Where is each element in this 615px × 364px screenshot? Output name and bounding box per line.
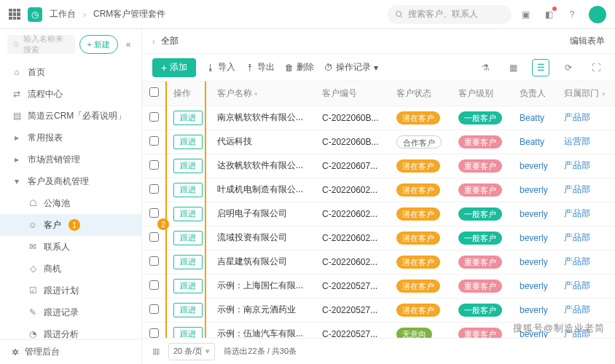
nav-联系人[interactable]: ✉联系人 [0, 236, 141, 258]
apps-icon[interactable] [9, 9, 20, 20]
nav-跟进记录[interactable]: ✎跟进记录 [0, 301, 141, 323]
follow-button[interactable]: 跟进 [173, 255, 203, 269]
cell-dept[interactable]: 产品部 [557, 274, 615, 298]
nav-客户[interactable]: ☺客户1 [0, 214, 141, 236]
view-list-icon[interactable]: ☰ [532, 59, 549, 76]
col-3[interactable]: 客户状态 [389, 82, 452, 106]
admin-link[interactable]: ✲ 管理后台 [0, 339, 141, 364]
new-button[interactable]: + 新建 [79, 35, 118, 54]
sidebar-search[interactable]: 输入名称来搜索 [7, 35, 75, 54]
row-check[interactable] [149, 208, 159, 218]
cell-owner[interactable]: beverly [512, 226, 557, 250]
cell-name[interactable]: 叶成机电制造有限公... [210, 178, 315, 202]
select-all[interactable] [149, 87, 159, 97]
cell-owner[interactable]: beverly [512, 274, 557, 298]
global-search[interactable]: 搜索客户、联系人 [388, 5, 512, 24]
cell-name[interactable]: 启明电子有限公司 [210, 202, 315, 226]
cell-name[interactable]: 吉星建筑有限公司 [210, 250, 315, 274]
log-link[interactable]: ⏱ 操作记录 ▾ [324, 61, 378, 74]
cell-owner[interactable]: beverly [512, 250, 557, 274]
follow-button[interactable]: 跟进 [173, 231, 203, 245]
follow-button[interactable]: 跟进 [173, 303, 203, 317]
cell-dept[interactable]: 产品部 [557, 250, 615, 274]
import-link[interactable]: ⭳ 导入 [206, 61, 235, 74]
nav-跟进分析[interactable]: ◔跟进分析 [0, 323, 141, 339]
cell-dept[interactable]: 产品部 [557, 298, 615, 322]
nav-公海池[interactable]: ☖公海池 [0, 192, 141, 214]
row-check[interactable] [149, 160, 159, 170]
row-check[interactable] [149, 232, 159, 242]
cell-code: C-20220602... [315, 226, 389, 250]
cell-status: 潜在客户 [389, 298, 452, 322]
cell-owner[interactable]: beverly [512, 178, 557, 202]
cell-dept[interactable]: 产品部 [557, 202, 615, 226]
nav-folder[interactable]: ▾客户及商机管理 [0, 170, 141, 192]
cell-name[interactable]: 示例：上海国仁有限... [210, 274, 315, 298]
col-1[interactable]: 客户名称 ▾ [210, 82, 315, 106]
row-check[interactable] [149, 184, 159, 194]
cell-owner[interactable]: beverly [512, 202, 557, 226]
refresh-icon[interactable]: ⟳ [560, 59, 577, 76]
cell-owner[interactable]: Beatty [512, 106, 557, 130]
help-icon[interactable]: ? [565, 8, 579, 21]
view-card-icon[interactable]: ▦ [504, 59, 522, 76]
book-icon[interactable]: ▣ [519, 8, 532, 21]
breadcrumb-suite[interactable]: CRM客户管理套件 [93, 8, 165, 20]
cell-owner[interactable]: beverly [512, 298, 557, 322]
cell-dept[interactable]: 产品部 [557, 178, 615, 202]
col-2[interactable]: 客户编号 [315, 82, 389, 106]
col-5[interactable]: 负责人 [512, 82, 557, 106]
cell-status: 潜在客户 [389, 202, 452, 226]
follow-button[interactable]: 跟进 [173, 159, 203, 173]
row-check[interactable] [149, 136, 159, 146]
page-size-select[interactable]: 20 条/页▾ [168, 343, 215, 360]
tab-all[interactable]: 全部 [161, 35, 179, 47]
cell-dept[interactable]: 运营部 [557, 130, 615, 154]
cell-dept[interactable]: 产品部 [557, 226, 615, 250]
cell-owner[interactable]: Beatty [512, 130, 557, 154]
cell-dept[interactable]: 产品部 [557, 106, 615, 130]
nav-商机[interactable]: ◇商机 [0, 258, 141, 280]
nav-home[interactable]: ⌂首页 [0, 61, 141, 83]
cell-name[interactable]: 南京帆软软件有限公... [210, 106, 315, 130]
bell-icon[interactable]: ◧ [542, 8, 555, 21]
follow-button[interactable]: 跟进 [173, 183, 203, 197]
nav-folder[interactable]: ▸常用报表 [0, 127, 141, 149]
cell-name[interactable]: 流域投资有限公司 [210, 226, 315, 250]
row-check[interactable] [149, 328, 159, 338]
col-6[interactable]: 归属部门 ▾ [557, 82, 615, 106]
cell-name[interactable]: 达孜帆软软件有限公... [210, 154, 315, 178]
follow-button[interactable]: 跟进 [173, 111, 203, 125]
add-button[interactable]: +添加 [152, 58, 196, 77]
filter-icon[interactable]: ⚗ [477, 59, 494, 76]
follow-button[interactable]: 跟进 [173, 279, 203, 293]
cell-level: 重要客户 [451, 178, 512, 202]
col-0[interactable]: 操作 [166, 82, 210, 106]
cell-owner[interactable]: beverly [512, 154, 557, 178]
cell-dept[interactable]: 产品部 [557, 154, 615, 178]
avatar[interactable] [589, 6, 606, 23]
row-check[interactable] [149, 112, 159, 122]
chevron-left-icon[interactable]: ‹ [152, 36, 155, 47]
nav-doc[interactable]: ▤简道云CRM「必看说明」 [0, 105, 141, 127]
cell-name[interactable]: 示例：伍迪汽车有限... [210, 322, 315, 338]
delete-link[interactable]: 🗑 删除 [285, 61, 314, 74]
nav-跟进计划[interactable]: ☑跟进计划 [0, 280, 141, 301]
col-4[interactable]: 客户级别 [451, 82, 512, 106]
row-check[interactable] [149, 304, 159, 314]
fullscreen-icon[interactable]: ⛶ [587, 59, 605, 76]
follow-button[interactable]: 跟进 [173, 207, 203, 221]
breadcrumb-workspace[interactable]: 工作台 [50, 8, 76, 20]
row-check[interactable] [149, 256, 159, 266]
cell-name[interactable]: 代远科技 [210, 130, 315, 154]
row-check[interactable] [149, 280, 159, 290]
collapse-icon[interactable]: « [122, 39, 134, 50]
edit-form-link[interactable]: 编辑表单 [570, 35, 605, 47]
export-link[interactable]: ⭱ 导出 [246, 61, 275, 74]
columns-icon[interactable]: ▥ [152, 347, 160, 356]
cell-name[interactable]: 示例：南京元酒药业 [210, 298, 315, 322]
nav-flow[interactable]: ⇄流程中心 [0, 83, 141, 105]
follow-button[interactable]: 跟进 [173, 135, 203, 149]
nav-folder[interactable]: ▸市场营销管理 [0, 149, 141, 170]
follow-button[interactable]: 跟进 [173, 327, 203, 339]
